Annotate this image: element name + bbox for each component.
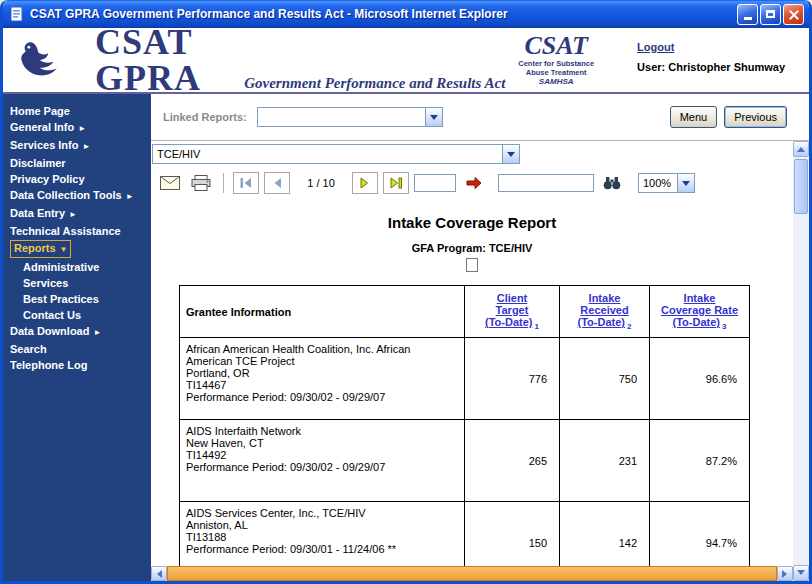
sidebar-item-general-info[interactable]: General Info► [3,119,151,137]
chevron-right-icon: ► [82,142,90,151]
grantee-info-cell: AIDS Interfaith Network New Haven, CT TI… [180,420,465,502]
footnote-marker: 1 [535,322,539,331]
sidebar-item-contact-us[interactable]: Contact Us [3,307,151,323]
export-button[interactable] [157,171,183,195]
column-sort-link[interactable]: Intake Coverage Rate (To-Date) [661,292,738,328]
previous-page-button[interactable] [264,172,290,194]
export-envelope-icon [160,176,180,190]
sidebar-item-privacy-policy[interactable]: Privacy Policy [3,171,151,187]
window-title: CSAT GPRA Government Performance and Res… [30,7,732,21]
column-header-intake-received[interactable]: Intake Received (To-Date)2 [560,286,650,338]
user-label: User: Christopher Shumway [637,61,785,73]
chevron-down-icon: ▼ [60,245,68,254]
linked-reports-label: Linked Reports: [163,111,247,123]
sidebar-item-label: Data Entry [10,207,65,219]
previous-button[interactable]: Previous [724,106,787,128]
group-select-row: TCE/HIV [151,141,793,167]
scroll-left-button[interactable] [151,566,167,581]
column-sort-link[interactable]: Intake Received (To-Date) [578,292,629,328]
horizontal-scrollbar-thumb[interactable] [167,566,777,581]
scroll-right-button[interactable] [777,566,793,581]
grantee-info-cell: AIDS Services Center, Inc., TCE/HIV Anni… [180,502,465,567]
sidebar-item-label: General Info [10,121,74,133]
sidebar-item-label: Data Collection Tools [10,189,122,201]
arrow-left-icon [153,570,162,578]
sidebar-item-data-collection-tools[interactable]: Data Collection Tools► [3,187,151,205]
zoom-select[interactable]: 100% [638,173,695,193]
sidebar-item-label: Administrative [23,261,99,273]
chevron-right-icon: ► [69,210,77,219]
sidebar-item-disclaimer[interactable]: Disclaimer [3,155,151,171]
chevron-right-icon: ► [78,124,86,133]
search-input[interactable] [498,174,594,192]
find-button[interactable] [599,171,625,195]
goto-page-button[interactable] [461,171,487,195]
column-header-grantee-information: Grantee Information [180,286,465,338]
linked-reports-select[interactable] [257,107,443,127]
report-subtitle: GFA Program: TCE/HIV [151,242,793,254]
sidebar-item-services[interactable]: Services [3,275,151,291]
report-viewer: TCE/HIV [151,140,809,581]
sidebar-item-label: Services Info [10,139,78,151]
binoculars-icon [603,176,621,190]
last-page-icon [389,177,403,189]
sidebar-item-label: Data Download [10,325,89,337]
sidebar-item-label: Technical Assistance [10,225,121,237]
column-sort-link[interactable]: Client Target (To-Date) [485,292,532,328]
toolbar-separator [223,173,224,193]
vertical-scrollbar-thumb[interactable] [794,159,808,214]
chevron-down-icon[interactable] [677,174,694,192]
sidebar-item-label: Search [10,343,47,355]
scroll-up-button[interactable] [793,141,809,157]
sidebar-item-data-download[interactable]: Data Download► [3,323,151,341]
chevron-down-icon[interactable] [425,108,442,126]
sidebar-item-telephone-log[interactable]: Telephone Log [3,357,151,373]
scroll-down-button[interactable] [793,565,809,581]
table-row: AIDS Services Center, Inc., TCE/HIV Anni… [180,502,750,567]
maximize-button[interactable] [760,4,781,25]
sidebar-item-administrative[interactable]: Administrative [3,259,151,275]
sidebar-item-home-page[interactable]: Home Page [3,103,151,119]
sidebar-item-reports[interactable]: Reports▼ [3,239,151,259]
sidebar-item-search[interactable]: Search [3,341,151,357]
vertical-scrollbar-track[interactable] [793,157,809,565]
next-page-button[interactable] [352,172,378,194]
column-header-intake-coverage-rate[interactable]: Intake Coverage Rate (To-Date)3 [650,286,750,338]
sidebar-item-label: Services [23,277,68,289]
report-title: Intake Coverage Report [151,214,793,231]
csat-logo: CSAT Center for Substance Abuse Treatmen… [505,33,607,87]
vertical-scrollbar[interactable] [793,141,809,581]
user-block: Logout User: Christopher Shumway [637,47,785,73]
chevron-down-icon[interactable] [502,145,519,163]
column-header-client-target[interactable]: Client Target (To-Date)1 [465,286,560,338]
table-row: AIDS Interfaith Network New Haven, CT TI… [180,420,750,502]
horizontal-scrollbar[interactable] [151,566,793,581]
report-group-select[interactable]: TCE/HIV [152,144,520,164]
sidebar-item-label: Contact Us [23,309,81,321]
sidebar-item-label: Disclaimer [10,157,66,169]
arrow-right-icon [782,570,791,578]
sidebar-item-services-info[interactable]: Services Info► [3,137,151,155]
print-button[interactable] [188,171,214,195]
menu-button[interactable]: Menu [670,106,718,128]
intake-received-cell: 142 [560,502,650,567]
arrow-down-icon [797,570,805,579]
go-arrow-icon [465,176,483,190]
sidebar-item-technical-assistance[interactable]: Technical Assistance [3,223,151,239]
first-page-button[interactable] [233,172,259,194]
last-page-button[interactable] [383,172,409,194]
close-button[interactable] [783,4,804,25]
sidebar-item-data-entry[interactable]: Data Entry► [3,205,151,223]
logout-link[interactable]: Logout [637,41,674,53]
sidebar-item-label: Privacy Policy [10,173,85,185]
intake-received-cell: 750 [560,338,650,420]
minimize-button[interactable] [737,4,758,25]
sidebar-item-best-practices[interactable]: Best Practices [3,291,151,307]
client-target-cell: 776 [465,338,560,420]
goto-page-input[interactable] [414,174,456,192]
previous-page-icon [270,177,284,189]
footnote-marker: 2 [627,322,631,331]
csat-logo-line: Center for Substance [505,59,607,68]
chevron-right-icon: ► [93,328,101,337]
first-page-icon [239,177,253,189]
